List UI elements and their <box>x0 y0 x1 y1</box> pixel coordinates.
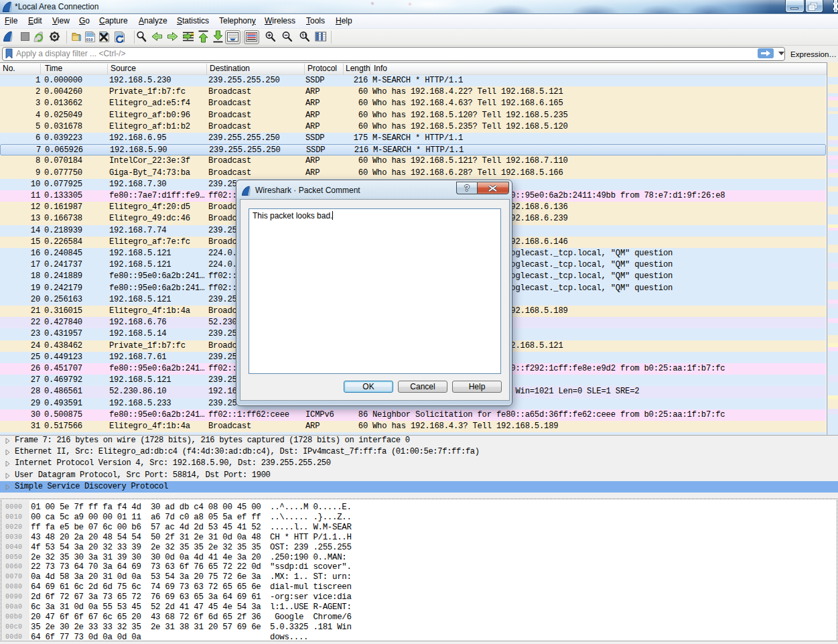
svg-text:010: 010 <box>86 38 94 42</box>
